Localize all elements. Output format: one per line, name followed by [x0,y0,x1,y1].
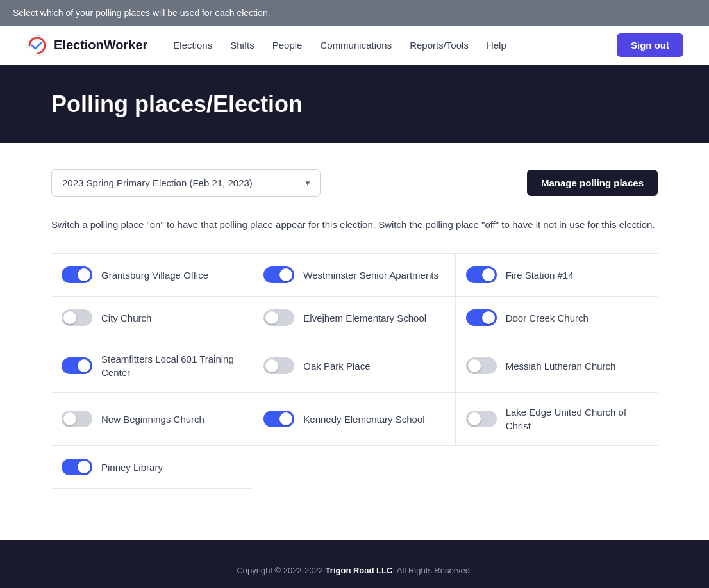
polling-place-item: New Beginnings Church [51,393,253,446]
toggle-slider [263,266,294,283]
polling-place-name: City Church [101,311,151,325]
polling-place-toggle[interactable] [263,357,294,374]
polling-place-toggle[interactable] [62,411,92,427]
nav-link-people[interactable]: People [272,40,303,51]
polling-place-name: Westminster Senior Apartments [303,268,438,282]
toggle-slider [466,357,497,374]
notice-text: Select which of your polling places will… [13,8,271,18]
nav-links: Elections Shifts People Communications R… [173,40,617,51]
nav-link-shifts[interactable]: Shifts [230,40,254,51]
polling-place-toggle[interactable] [466,411,497,427]
polling-place-toggle[interactable] [62,357,92,374]
description-text: Switch a polling place "on" to have that… [51,217,658,233]
polling-place-item: Grantsburg Village Office [51,254,253,297]
polling-place-toggle[interactable] [466,266,497,283]
polling-place-name: Oak Park Place [303,359,370,373]
manage-polling-places-button[interactable]: Manage polling places [527,170,658,196]
polling-place-item: Fire Station #14 [456,254,658,297]
toggle-slider [263,357,294,374]
toggle-slider [62,459,92,475]
toggle-slider [62,266,92,283]
navigation: ElectionWorker Elections Shifts People C… [0,26,709,65]
page-title: Polling places/Election [51,91,658,118]
polling-place-name: Grantsburg Village Office [101,268,208,282]
notice-bar: Select which of your polling places will… [0,0,709,26]
polling-place-name: Steamfitters Local 601 Training Center [101,352,242,379]
polling-place-item: Door Creek Church [456,297,658,339]
toggle-slider [466,309,497,326]
polling-place-name: Kennedy Elementary School [303,412,424,426]
polling-places-grid: Grantsburg Village OfficeWestminster Sen… [51,253,658,489]
polling-place-toggle[interactable] [263,266,294,283]
polling-place-item: Pinney Library [51,446,253,489]
nav-link-communications[interactable]: Communications [320,40,392,51]
toggle-slider [62,309,92,326]
polling-place-name: Door Creek Church [506,311,588,325]
polling-place-item: City Church [51,297,253,339]
polling-place-item: Steamfitters Local 601 Training Center [51,339,253,393]
footer-company: Trigon Road LLC [326,566,393,575]
election-select[interactable]: 2023 Spring Primary Election (Feb 21, 20… [51,169,321,197]
main-content: 2023 Spring Primary Election (Feb 21, 20… [0,143,709,514]
toggle-slider [62,411,92,427]
polling-place-item: Westminster Senior Apartments [253,254,455,297]
polling-place-item: Lake Edge United Church of Christ [456,393,658,446]
election-select-wrapper: 2023 Spring Primary Election (Feb 21, 20… [51,169,321,197]
polling-place-name: Lake Edge United Church of Christ [506,405,647,432]
polling-place-name: Messiah Lutheran Church [506,359,616,373]
polling-place-toggle[interactable] [466,357,497,374]
polling-place-name: Pinney Library [101,461,163,474]
polling-place-name: Fire Station #14 [506,268,574,282]
toggle-slider [263,411,294,427]
polling-place-toggle[interactable] [62,309,92,326]
toggle-slider [263,309,294,326]
footer-text-post: . All Rights Reserved. [392,566,472,575]
nav-link-elections[interactable]: Elections [173,40,212,51]
toggle-slider [62,357,92,374]
toggle-slider [466,266,497,283]
polling-place-name: Elvejhem Elementary School [303,311,426,325]
logo[interactable]: ElectionWorker [26,34,147,57]
nav-link-reports-tools[interactable]: Reports/Tools [410,40,469,51]
footer: Copyright © 2022-2022 Trigon Road LLC. A… [0,540,709,588]
polling-place-item: Oak Park Place [253,339,455,393]
polling-place-toggle[interactable] [466,309,497,326]
footer-text-pre: Copyright © 2022-2022 [237,566,325,575]
polling-place-item: Elvejhem Elementary School [253,297,455,339]
polling-place-item: Messiah Lutheran Church [456,339,658,393]
polling-place-toggle[interactable] [62,266,92,283]
nav-link-help[interactable]: Help [487,40,506,51]
toggle-slider [466,411,497,427]
polling-place-name: New Beginnings Church [101,412,204,426]
sign-out-button[interactable]: Sign out [617,33,683,57]
logo-text: ElectionWorker [54,38,147,53]
polling-place-toggle[interactable] [263,309,294,326]
logo-icon [26,34,49,57]
polling-place-toggle[interactable] [62,459,92,475]
hero-section: Polling places/Election [0,65,709,143]
controls-row: 2023 Spring Primary Election (Feb 21, 20… [51,169,658,197]
polling-place-item: Kennedy Elementary School [253,393,455,446]
polling-place-toggle[interactable] [263,411,294,427]
